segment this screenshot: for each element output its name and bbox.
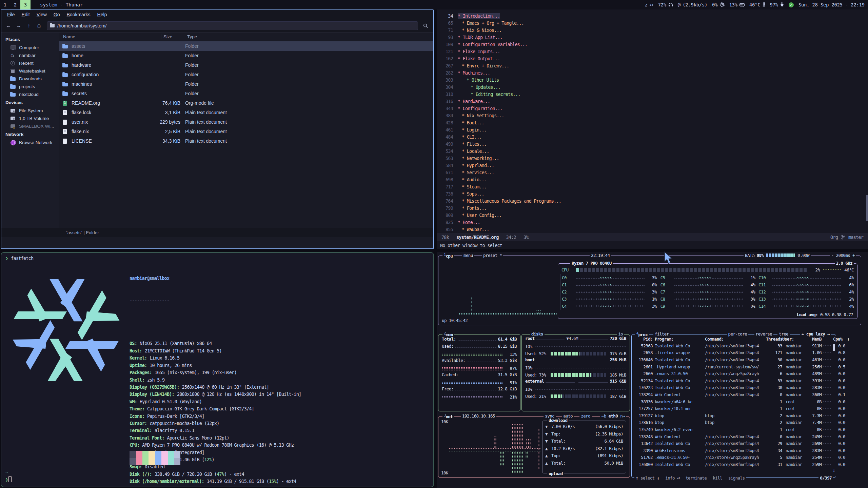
file-row[interactable]: configuration Folder: [59, 70, 433, 79]
disks-box-title[interactable]: disks: [530, 331, 545, 337]
org-heading[interactable]: * Home...: [458, 220, 480, 225]
emacs-modeline[interactable]: 78k system/README.org 34:2 3% Org master: [437, 233, 868, 241]
process-row[interactable]: 52134Isolated Web Co/nix/store/sm8fmrf3w…: [632, 377, 836, 384]
org-heading[interactable]: * Configuration Variables...: [458, 42, 527, 47]
sidebar-item[interactable]: Downloads: [1, 75, 59, 83]
proc-footer-button[interactable]: terminate: [686, 475, 707, 481]
up-button[interactable]: ↑: [24, 21, 33, 30]
org-heading[interactable]: * Hyprland...: [462, 163, 494, 168]
proc-footer-button[interactable]: info ⏎: [665, 475, 679, 481]
org-heading[interactable]: * Hardware...: [458, 99, 490, 104]
org-heading-line[interactable]: 303 * Other Utils: [437, 76, 868, 83]
org-heading-line[interactable]: 809 * User Config...: [437, 211, 868, 219]
org-heading-line[interactable]: 93 * TLDR App List...: [437, 34, 868, 41]
org-heading[interactable]: * Flake Output...: [458, 56, 500, 61]
column-header-size[interactable]: Size: [161, 34, 185, 39]
org-heading[interactable]: * Sops...: [462, 191, 484, 197]
terminal-cursor[interactable]: [8, 476, 12, 482]
emacs-scrollbar[interactable]: [866, 195, 868, 221]
org-heading[interactable]: * User Config...: [462, 212, 501, 218]
org-heading[interactable]: * Files...: [462, 141, 487, 147]
menu-item[interactable]: View: [34, 11, 50, 18]
proc-box-title[interactable]: 4proc: [635, 331, 649, 337]
status-check-icon[interactable]: ✓: [789, 2, 794, 7]
org-heading-line[interactable]: 499 * Files...: [437, 140, 868, 147]
org-heading-line[interactable]: 121 * Flake Inputs...: [437, 48, 868, 55]
tree-button[interactable]: tree: [777, 331, 790, 337]
process-row[interactable]: 3390WebExtensions/nix/store/sm8fmrf3wps4…: [632, 447, 836, 454]
per-core-button[interactable]: per-core: [727, 331, 748, 337]
org-heading[interactable]: * Flake Inputs...: [458, 49, 500, 54]
net-zero-button[interactable]: zero: [579, 413, 592, 419]
file-row[interactable]: LICENSE 34,3 KiB Plain text document: [59, 136, 433, 146]
org-heading-line[interactable]: 162 * Flake Output...: [437, 55, 868, 62]
org-heading-line[interactable]: 304 * Updates...: [437, 83, 868, 90]
workspace-button[interactable]: 3: [20, 0, 31, 9]
file-row[interactable]: home Folder: [59, 51, 433, 60]
scroll-down-arrow[interactable]: ↓: [833, 468, 835, 473]
org-heading-line[interactable]: 316 * Hardware...: [437, 98, 868, 105]
update-interval[interactable]: - 2000ms +: [830, 253, 856, 258]
process-scrollbar[interactable]: [833, 344, 835, 351]
sidebar-item[interactable]: projects: [1, 83, 59, 90]
major-mode[interactable]: Org: [830, 235, 838, 240]
org-heading[interactable]: * Editing secrets...: [471, 92, 520, 97]
reverse-button[interactable]: reverse: [754, 331, 773, 337]
org-heading-line[interactable]: 563 * Networking...: [437, 155, 868, 162]
org-heading-line[interactable]: 282 * Machines...: [437, 69, 868, 76]
preset-button[interactable]: preset *: [482, 253, 503, 258]
sidebar-item[interactable]: nextcloud: [1, 90, 59, 98]
org-heading[interactable]: * Waubar...: [462, 227, 489, 232]
org-heading[interactable]: * Updates...: [471, 84, 500, 90]
menu-item[interactable]: Bookmarks: [64, 11, 94, 18]
org-heading[interactable]: * Login...: [462, 127, 487, 133]
org-heading-line[interactable]: 825 * Home...: [437, 219, 868, 226]
volume-module[interactable]: 72%: [658, 2, 673, 7]
process-row[interactable]: 177257kworker/10:1-mm_1root0B0.0: [632, 405, 836, 412]
org-heading-line[interactable]: 461 * Login...: [437, 126, 868, 133]
sidebar-item[interactable]: Wastebasket: [1, 67, 59, 75]
org-heading[interactable]: * Networking...: [462, 156, 499, 161]
menu-item[interactable]: Edit: [19, 11, 33, 18]
back-button[interactable]: ←: [4, 21, 13, 30]
network-module[interactable]: @ (2.9kb/s): [678, 2, 707, 7]
file-row[interactable]: hardware Folder: [59, 60, 433, 70]
org-heading-line[interactable]: 698 * Audio...: [437, 176, 868, 183]
org-heading-line[interactable]: 71 * Nix & Nixos...: [437, 26, 868, 34]
file-row[interactable]: README.org 76,4 KiB Org-mode file: [59, 98, 433, 108]
org-heading-line[interactable]: 344 * Configuration...: [437, 105, 868, 112]
org-heading-line[interactable]: 65 * Emacs + Org + Tangle...: [437, 19, 868, 26]
org-heading-line[interactable]: 34 * Introduction...: [437, 12, 868, 19]
org-heading[interactable]: * Nix Settings...: [462, 113, 504, 118]
org-heading-line[interactable]: 310 * Editing secrets...: [437, 90, 868, 98]
org-heading[interactable]: * Nix & Nixos...: [462, 27, 501, 33]
terminal-fastfetch[interactable]: ❯ fastfetch nambiar@smallbox -----------…: [1, 252, 434, 487]
process-row[interactable]: 51762.emacs-31.0.50-/nix/store/wnqz5pa8r…: [632, 454, 836, 461]
org-heading-line[interactable]: 855 * Waubar...: [437, 226, 868, 233]
process-row[interactable]: 178248Web Content/nix/store/sm8fmrf3wps4…: [632, 433, 836, 440]
org-heading-line[interactable]: 428 * Boot...: [437, 119, 868, 126]
org-heading[interactable]: * Introduction...: [458, 13, 500, 19]
io-mode-button[interactable]: io: [617, 331, 624, 337]
net-box-title[interactable]: 3net: [442, 413, 454, 419]
org-heading[interactable]: * Locale...: [462, 148, 489, 154]
org-heading[interactable]: * Steam...: [462, 184, 487, 189]
org-heading[interactable]: * Machines...: [458, 70, 490, 76]
process-row[interactable]: 179127btopbtop2nambiar7.3M0.0: [632, 412, 836, 419]
org-heading-line[interactable]: 484 * CLI...: [437, 133, 868, 140]
org-heading-line[interactable]: 671 * Services...: [437, 169, 868, 176]
process-row[interactable]: 176000Isolated Web Co/nix/store/sm8fmrf3…: [632, 461, 836, 468]
process-row[interactable]: 52368Isolated Web Co/nix/store/sm8fmrf3w…: [632, 342, 836, 349]
org-heading[interactable]: * CLI...: [462, 134, 482, 140]
org-heading[interactable]: * Emacs + Org + Tangle...: [462, 20, 524, 26]
cpu-module[interactable]: 0%: [712, 2, 724, 7]
memory-module[interactable]: 13%: [729, 2, 745, 7]
battery-module[interactable]: 97%: [770, 2, 784, 7]
forward-button[interactable]: →: [14, 21, 23, 30]
column-header-type[interactable]: Type: [185, 34, 197, 39]
proc-footer-button[interactable]: signals: [728, 475, 745, 481]
net-interface-switcher[interactable]: ←b eth0 n→: [600, 413, 626, 419]
process-row[interactable]: 178616btopbtop2nambiar7.4M0.0: [632, 419, 836, 426]
org-heading[interactable]: * TLDR App List...: [458, 35, 502, 40]
org-heading-line[interactable]: 717 * Steam...: [437, 183, 868, 190]
